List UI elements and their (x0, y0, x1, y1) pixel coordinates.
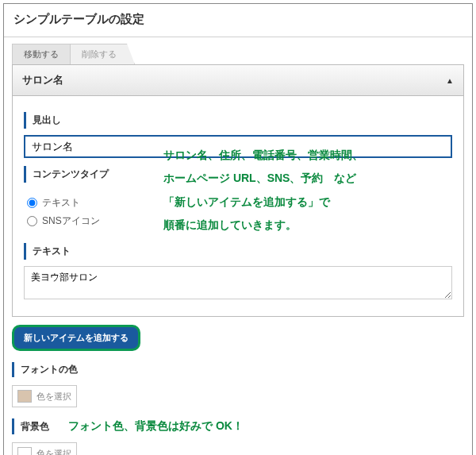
settings-panel: シンプルテーブルの設定 移動する 削除する サロン名 ▲ 見出し コンテンツタイ… (3, 3, 473, 455)
font-color-button[interactable]: 色を選択 (12, 385, 77, 407)
panel-content: 移動する 削除する サロン名 ▲ 見出し コンテンツタイプ テキスト (4, 37, 472, 455)
font-color-swatch (17, 390, 32, 403)
tabs: 移動する 削除する (12, 44, 464, 64)
font-color-label: 色を選択 (36, 391, 71, 403)
label-bg-color: 背景色 フォント色、背景色は好みで OK！ (12, 418, 464, 434)
bg-color-label: 色を選択 (36, 448, 71, 456)
tab-move[interactable]: 移動する (12, 44, 71, 64)
add-item-button[interactable]: 新しいアイテムを追加する (12, 325, 140, 351)
radio-text-label: テキスト (42, 196, 80, 210)
tab-delete[interactable]: 削除する (71, 44, 135, 64)
accordion-header[interactable]: サロン名 ▲ (13, 65, 463, 96)
bg-color-button[interactable]: 色を選択 (12, 442, 77, 455)
bg-color-swatch (17, 447, 32, 455)
label-text: テキスト (24, 243, 452, 260)
radio-sns-label: SNSアイコン (42, 214, 100, 228)
bg-color-text: 背景色 (21, 420, 49, 434)
chevron-up-icon: ▲ (446, 76, 454, 85)
accordion-title: サロン名 (22, 73, 63, 87)
text-textarea[interactable] (24, 266, 452, 299)
label-font-color: フォントの色 (12, 362, 464, 377)
accordion: サロン名 ▲ 見出し コンテンツタイプ テキスト SNSアイコン (12, 64, 464, 317)
add-item-wrap: 新しいアイテムを追加する (12, 325, 464, 351)
annotation-colors: フォント色、背景色は好みで OK！ (68, 419, 244, 434)
label-heading: 見出し (24, 112, 452, 129)
panel-title: シンプルテーブルの設定 (4, 4, 472, 37)
radio-text-input[interactable] (27, 198, 37, 208)
accordion-body: 見出し コンテンツタイプ テキスト SNSアイコン テキスト サロン名、住所、電… (13, 96, 463, 316)
font-color-text: フォントの色 (21, 363, 78, 376)
annotation-main: サロン名、住所、電話番号、営業時間、 ホームページ URL、SNS、予約 など … (163, 144, 363, 237)
radio-sns-input[interactable] (27, 216, 37, 226)
